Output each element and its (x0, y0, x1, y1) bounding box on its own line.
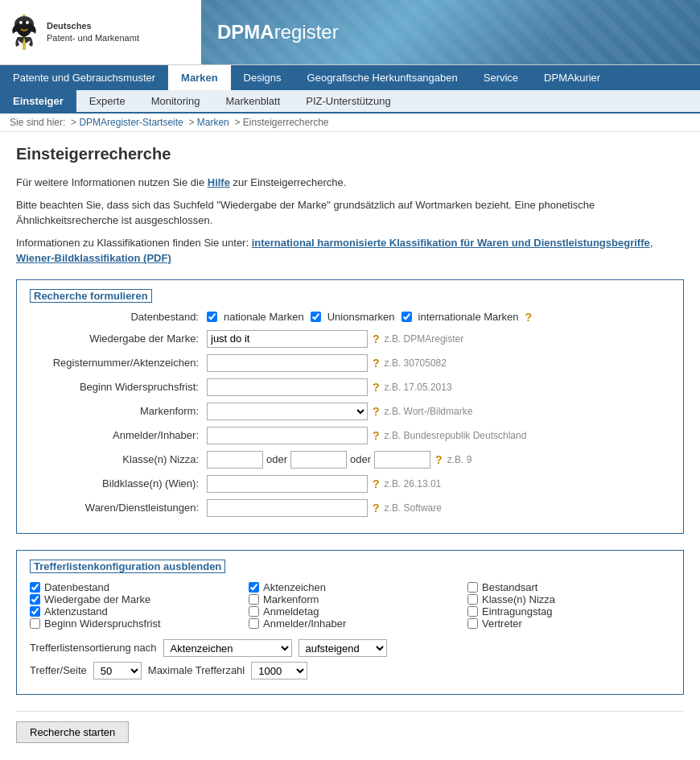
breadcrumb-marken[interactable]: Marken (197, 117, 229, 128)
registernummer-label: Registernummer/Aktenzeichen: (30, 357, 207, 369)
nizza-input-1[interactable] (207, 451, 263, 469)
widerspruch-help-icon[interactable]: ? (373, 381, 380, 394)
treffer-item-anmeldetag: Anmeldetag (249, 605, 451, 618)
cb-aktenzeichen[interactable] (249, 582, 259, 593)
markenform-label: Markenform: (30, 405, 207, 417)
cb-anmelder-inhaber[interactable] (249, 618, 259, 629)
cb-eintragungstag[interactable] (467, 606, 478, 617)
nav-sub-monitoring[interactable]: Monitoring (138, 90, 213, 112)
cb-aktenzustand[interactable] (30, 606, 40, 617)
hilfe-link[interactable]: Hilfe (208, 176, 230, 188)
treffer-grid: Datenbestand Wiedergabe der Marke Aktenz… (30, 581, 670, 630)
widerspruch-input[interactable] (207, 378, 368, 396)
nav-marken[interactable]: Marken (168, 65, 231, 90)
cb-internationale-label: internationale Marken (418, 311, 519, 323)
wiedergabe-input[interactable] (207, 330, 368, 348)
svg-point-2 (19, 21, 23, 24)
wiedergabe-hint: z.B. DPMAregister (385, 333, 464, 345)
waren-input[interactable] (207, 499, 368, 517)
registernummer-input[interactable] (207, 354, 368, 372)
treffer-section: Trefferlistenkonfiguration ausblenden Da… (16, 550, 684, 695)
datenbestand-help-icon[interactable]: ? (525, 311, 533, 324)
anmelder-help-icon[interactable]: ? (373, 429, 380, 442)
klassifikation-link[interactable]: international harmonisierte Klassifikati… (252, 237, 650, 249)
nav-sub-experte[interactable]: Experte (76, 90, 138, 112)
sub-navigation: Einsteiger Experte Monitoring Markenblat… (0, 90, 700, 114)
svg-point-3 (26, 21, 29, 24)
sort-select[interactable]: Aktenzeichen Registernummer Anmeldetag E… (163, 639, 292, 657)
eagle-icon (10, 14, 39, 50)
markenform-select[interactable]: Wortmarke Bildmarke Wort-/Bildmarke 3D-M… (207, 403, 368, 420)
recherche-starten-button[interactable]: Recherche starten (16, 721, 129, 743)
treffer-section-title[interactable]: Trefferlistenkonfiguration ausblenden (30, 560, 225, 573)
cb-bestandsart[interactable] (467, 582, 478, 593)
cb-markenform[interactable] (249, 594, 259, 605)
datenbestand-label: Datenbestand: (30, 311, 207, 323)
per-page-select[interactable]: 10 25 50 100 (93, 662, 142, 679)
waren-control: ? z.B. Software (207, 499, 442, 517)
cb-datenbestand[interactable] (30, 582, 40, 593)
recherche-section-title: Recherche formulieren (30, 289, 152, 303)
logo-text: Deutsches Patent- und Markenamt (47, 20, 139, 45)
logo-area: Deutsches Patent- und Markenamt (0, 8, 201, 56)
submit-area: Recherche starten (16, 711, 684, 743)
treffer-item-wiedergabe: Wiedergabe der Marke (30, 593, 233, 605)
anmelder-hint: z.B. Bundesrepublik Deutschland (385, 430, 527, 441)
nav-dpmakurier[interactable]: DPMAkurier (531, 65, 613, 90)
nizza-input-2[interactable] (290, 451, 347, 469)
treffer-item-markenform: Markenform (249, 593, 451, 605)
nav-service[interactable]: Service (471, 65, 531, 90)
widerspruch-row: Beginn Widerspruchsfrist: ? z.B. 17.05.2… (30, 378, 670, 396)
info-line3: Informationen zu Klassifikationen finden… (16, 235, 684, 266)
nizza-row: Klasse(n) Nizza: oder oder ? z.B. 9 (30, 451, 670, 469)
nav-designs[interactable]: Designs (231, 65, 294, 90)
cb-beginn-widerspruch[interactable] (30, 618, 40, 629)
waren-label: Waren/Dienstleistungen: (30, 502, 207, 514)
wiedergabe-help-icon[interactable]: ? (373, 332, 380, 345)
anmelder-control: ? z.B. Bundesrepublik Deutschland (207, 427, 526, 444)
widerspruch-hint: z.B. 17.05.2013 (385, 382, 452, 393)
bildklasse-help-icon[interactable]: ? (373, 477, 380, 490)
wien-link[interactable]: Wiener-Bildklassifikation (PDF) (16, 252, 171, 264)
breadcrumb-current: Einsteigerrecherche (243, 117, 329, 128)
sort-row: Trefferlistensortierung nach Aktenzeiche… (30, 639, 670, 657)
markenform-row: Markenform: Wortmarke Bildmarke Wort-/Bi… (30, 403, 670, 420)
breadcrumb-startseite[interactable]: DPMAregister-Startseite (79, 117, 183, 128)
nizza-input-3[interactable] (374, 451, 430, 469)
order-select[interactable]: aufsteigend absteigend (299, 639, 387, 657)
nav-sub-markenblatt[interactable]: Markenblatt (212, 90, 293, 112)
anmelder-input[interactable] (207, 427, 368, 444)
nav-sub-einsteiger[interactable]: Einsteiger (0, 90, 76, 112)
max-label: Maximale Trefferzahl (148, 664, 245, 676)
nav-geografische[interactable]: Geografische Herkunftsangaben (294, 65, 471, 90)
max-select[interactable]: 100 500 1000 5000 (251, 662, 307, 679)
info-line1: Für weitere Informationen nutzen Sie die… (16, 175, 684, 191)
main-navigation: Patente und Gebrauchsmuster Marken Desig… (0, 65, 700, 90)
wiedergabe-row: Wiedergabe der Marke: ? z.B. DPMAregiste… (30, 330, 670, 348)
widerspruch-label: Beginn Widerspruchsfrist: (30, 381, 207, 393)
nav-sub-piz[interactable]: PIZ-Unterstützung (293, 90, 404, 112)
cb-wiedergabe-marke[interactable] (30, 594, 40, 605)
treffer-item-eintragung: Eintragungstag (467, 605, 670, 618)
cb-vertreter[interactable] (467, 618, 478, 629)
markenform-control: Wortmarke Bildmarke Wort-/Bildmarke 3D-M… (207, 403, 472, 420)
cb-klasse-nizza[interactable] (467, 594, 478, 605)
anmelder-label: Anmelder/Inhaber: (30, 429, 207, 441)
markenform-help-icon[interactable]: ? (373, 405, 380, 418)
treffer-item-aktenzeichen: Aktenzeichen (249, 581, 451, 593)
treffer-item-bestandsart: Bestandsart (467, 581, 670, 593)
markenform-hint: z.B. Wort-/Bildmarke (385, 406, 473, 417)
bildklasse-label: Bildklasse(n) (Wien): (30, 477, 207, 489)
registernummer-help-icon[interactable]: ? (373, 357, 380, 370)
bildklasse-row: Bildklasse(n) (Wien): ? z.B. 26.13.01 (30, 475, 670, 493)
cb-unionsmarken[interactable] (311, 312, 321, 322)
nav-patente[interactable]: Patente und Gebrauchsmuster (0, 65, 168, 90)
cb-nationale-marken[interactable] (207, 312, 217, 322)
bildklasse-input[interactable] (207, 475, 368, 493)
cb-anmeldetag[interactable] (249, 606, 259, 617)
cb-internationale-marken[interactable] (401, 312, 412, 322)
waren-help-icon[interactable]: ? (373, 502, 380, 514)
wiedergabe-control: ? z.B. DPMAregister (207, 330, 463, 348)
nizza-help-icon[interactable]: ? (435, 453, 443, 466)
waren-hint: z.B. Software (385, 502, 442, 514)
